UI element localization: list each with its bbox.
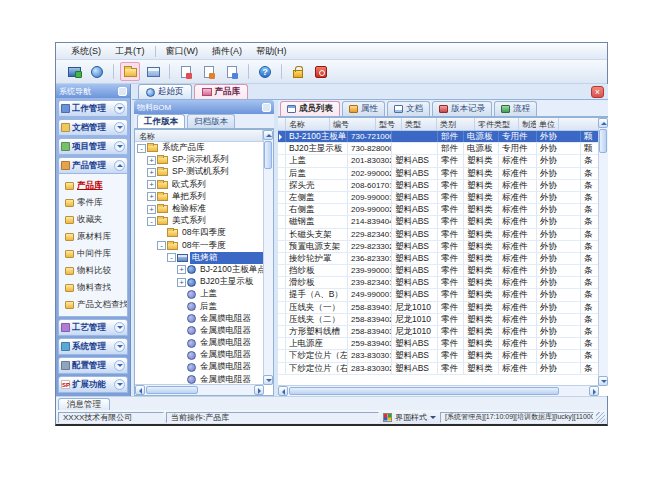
tree-expander-icon[interactable] <box>177 375 186 384</box>
scroll-thumb[interactable] <box>289 387 559 395</box>
tree-expander-icon[interactable] <box>177 290 186 299</box>
table-row[interactable]: 长磁头支架 229-823401-00E 塑料ABS 零件 塑料类 标准件 外协… <box>278 229 598 241</box>
table-row[interactable]: 滑纱板 239-823401-00E 塑料ABS 零件 塑料类 标准件 外协 条 <box>278 277 598 289</box>
scroll-right-icon[interactable] <box>589 386 599 396</box>
column-header[interactable]: 类型 <box>402 118 437 130</box>
tree-expander-icon[interactable] <box>147 180 156 189</box>
chevron-icon[interactable] <box>114 160 125 171</box>
scroll-right-icon[interactable] <box>254 385 264 395</box>
toolbar-button[interactable] <box>143 62 163 81</box>
table-horizontal-scrollbar[interactable] <box>278 385 599 396</box>
chevron-icon[interactable] <box>114 322 125 333</box>
content-tab[interactable]: 版本记录 <box>432 101 492 116</box>
toolbar-button[interactable] <box>222 62 242 81</box>
table-row[interactable]: 后盖 202-990002-01E 塑料ABS 零件 塑料类 标准件 外协 条 <box>278 168 598 180</box>
tree-node[interactable]: 系统产品库 <box>135 142 263 154</box>
table-row[interactable]: BJ-2100主板单点 730-721000-12E 部件 电源板 专用件 外协… <box>278 131 598 143</box>
scroll-left-icon[interactable] <box>135 385 145 395</box>
table-row[interactable]: 接纱轮护罩 236-823301-00E 塑料ABS 零件 塑料类 标准件 外协… <box>278 253 598 265</box>
toolbar-button[interactable] <box>288 62 308 81</box>
table-row[interactable]: 方形塑料线槽 258-839403-00E 尼龙1010 零件 塑料类 标准件 … <box>278 326 598 338</box>
table-row[interactable]: 下纱定位片（右） 283-830302-00E 塑料ABS 零件 塑料类 标准件… <box>278 363 598 375</box>
table-row[interactable]: 提手（A、B） 249-990001-01E 塑料ABS 零件 塑料类 标准件 … <box>278 289 598 301</box>
tree-horizontal-scrollbar[interactable] <box>135 384 264 395</box>
tree-expander-icon[interactable] <box>177 314 186 323</box>
toolbar-button[interactable] <box>113 64 114 79</box>
column-header[interactable]: 编号 <box>330 118 376 130</box>
sidebar-item[interactable]: 收藏夹 <box>59 211 127 228</box>
table-row[interactable]: 左侧盖 209-990001-01E 塑料ABS 零件 塑料类 标准件 外协 条 <box>278 192 598 204</box>
tree-expander-icon[interactable] <box>157 241 166 250</box>
tree-expander-icon[interactable] <box>137 144 146 153</box>
table-row[interactable]: 右侧盖 209-990002-01E 塑料ABS 零件 塑料类 标准件 外协 条 <box>278 204 598 216</box>
chevron-icon[interactable] <box>114 360 125 371</box>
column-header[interactable]: 类别 <box>437 118 475 130</box>
table-row[interactable]: 预置电源支架 229-823302-00E 塑料ABS 零件 塑料类 标准件 外… <box>278 241 598 253</box>
tree-expander-icon[interactable] <box>147 217 156 226</box>
chevron-icon[interactable] <box>114 341 125 352</box>
toolbar-button[interactable] <box>199 62 219 81</box>
sidebar-item[interactable]: 物料比较 <box>59 262 127 279</box>
tree-expander-icon[interactable] <box>177 363 186 372</box>
close-tab-button[interactable]: × <box>591 86 604 98</box>
toolbar-button[interactable] <box>281 64 282 79</box>
sidebar-item[interactable]: 产品库 <box>59 177 127 194</box>
tree-expander-icon[interactable] <box>177 278 186 287</box>
tree-node[interactable]: 金属膜电阻器 <box>135 337 263 349</box>
toolbar-button[interactable] <box>311 62 331 81</box>
tree-expander-icon[interactable] <box>177 351 186 360</box>
table-row[interactable]: 挡纱板 239-990001-01E 塑料ABS 零件 塑料类 标准件 外协 条 <box>278 265 598 277</box>
table-row[interactable]: 探头壳 208-601701-01E 塑料ABS 零件 塑料类 标准件 外协 条 <box>278 180 598 192</box>
content-tab[interactable]: 流程 <box>494 101 537 116</box>
tree-expander-icon[interactable] <box>147 168 156 177</box>
resize-grip[interactable] <box>596 412 605 423</box>
sidebar-item[interactable]: 零件库 <box>59 194 127 211</box>
sidebar-group[interactable]: 工艺管理 <box>58 319 128 336</box>
column-header[interactable]: 型号 <box>376 118 402 130</box>
table-row[interactable]: 压线夹（一） 258-839401-00E 尼龙1010 零件 塑料类 标准件 … <box>278 302 598 314</box>
tree-expander-icon[interactable] <box>147 192 156 201</box>
version-tab[interactable]: 工作版本 <box>137 114 185 128</box>
chevron-icon[interactable] <box>114 103 125 114</box>
tree-expander-icon[interactable] <box>177 302 186 311</box>
sidebar-group[interactable]: 工作管理 <box>58 100 128 117</box>
toolbar-button[interactable] <box>255 62 275 81</box>
tree-column-header[interactable]: 名称 <box>135 130 263 142</box>
scroll-left-icon[interactable] <box>278 386 288 396</box>
sidebar-pin-icon[interactable] <box>118 87 127 96</box>
tree-node[interactable]: BJ-2100主板单点 <box>135 264 263 276</box>
tree-node[interactable]: 金属膜电阻器 <box>135 325 263 337</box>
menu-item[interactable]: 帮助(H) <box>249 44 294 59</box>
menu-item[interactable]: 工具(T) <box>108 44 152 59</box>
sidebar-item[interactable]: 原材料库 <box>59 228 127 245</box>
tree-node[interactable]: 上盖 <box>135 288 263 300</box>
toolbar-button[interactable] <box>87 62 107 81</box>
tree-node[interactable]: 金属膜电阻器 <box>135 349 263 361</box>
sidebar-item[interactable]: 物料查找 <box>59 279 127 296</box>
toolbar-button[interactable] <box>176 62 196 81</box>
column-header[interactable]: 单位 <box>536 118 559 130</box>
style-picker[interactable]: 界面样式 <box>381 412 438 423</box>
tree-node[interactable]: BJ20主显示板 <box>135 276 263 288</box>
sidebar-group[interactable]: 项目管理 <box>58 138 128 155</box>
chevron-icon[interactable] <box>114 379 125 390</box>
menu-item[interactable]: 插件(A) <box>205 44 249 59</box>
sidebar-group[interactable]: 产品管理 <box>58 157 128 174</box>
tree-node[interactable]: 电烤箱 <box>135 252 263 264</box>
table-row[interactable]: BJ20主显示板 730-828000-04E 部件 电源板 专用件 外协 颗 <box>278 143 598 155</box>
tree-node[interactable]: 欧式系列 <box>135 179 263 191</box>
bom-panel-pin-icon[interactable] <box>262 103 271 112</box>
table-vertical-scrollbar[interactable] <box>598 118 608 386</box>
table-row[interactable]: 上盖 201-830302-00E 塑料ABS 零件 塑料类 标准件 外协 条 <box>278 155 598 167</box>
toolbar-button[interactable] <box>248 64 249 79</box>
chevron-icon[interactable] <box>114 141 125 152</box>
column-header[interactable]: 零件类型 <box>475 118 519 130</box>
sidebar-group[interactable]: 文档管理 <box>58 119 128 136</box>
content-tab[interactable]: 文档 <box>387 101 430 116</box>
tree-node[interactable]: 08年一季度 <box>135 240 263 252</box>
tree-expander-icon[interactable] <box>147 156 156 165</box>
menu-item[interactable]: 窗口(W) <box>159 44 206 59</box>
tree-vertical-scrollbar[interactable] <box>263 130 273 385</box>
content-tab[interactable]: 属性 <box>342 101 385 116</box>
menu-item[interactable]: 系统(S) <box>64 44 108 59</box>
